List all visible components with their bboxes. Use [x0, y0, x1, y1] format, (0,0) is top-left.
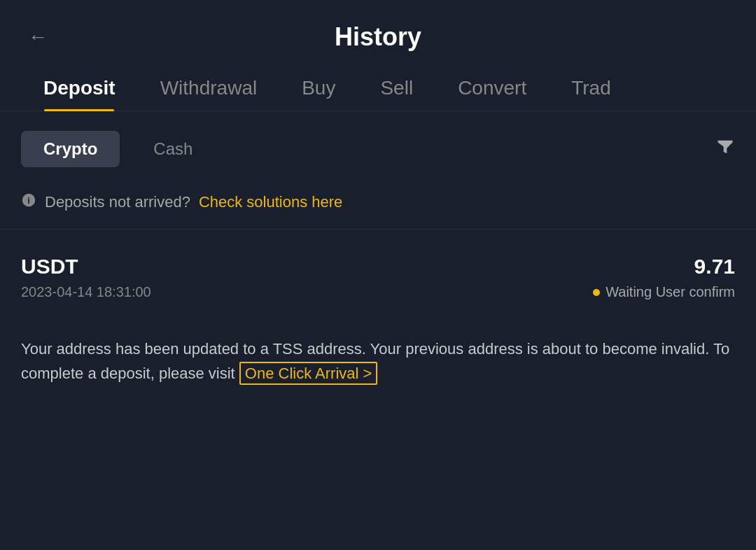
one-click-arrival-link[interactable]: One Click Arrival >	[239, 362, 378, 385]
status-label: Waiting User confirm	[606, 284, 735, 300]
info-icon: i	[21, 192, 36, 212]
transaction-item: USDT 9.71 2023-04-14 18:31:00 Waiting Us…	[0, 235, 756, 320]
svg-text:i: i	[27, 195, 30, 206]
tab-deposit[interactable]: Deposit	[21, 66, 138, 111]
notice-bar: i Deposits not arrived? Check solutions …	[0, 181, 756, 223]
filter-buttons: Crypto Cash	[21, 131, 215, 167]
tab-convert[interactable]: Convert	[435, 66, 549, 111]
tab-trade[interactable]: Trad	[549, 66, 634, 111]
back-button[interactable]: ←	[28, 26, 48, 48]
divider-1	[0, 229, 756, 230]
filter-section: Crypto Cash	[0, 111, 756, 181]
check-solutions-link[interactable]: Check solutions here	[199, 193, 342, 211]
tabs-bar: Deposit Withdrawal Buy Sell Convert Trad	[0, 66, 756, 111]
tab-withdrawal[interactable]: Withdrawal	[138, 66, 279, 111]
transaction-amount: 9.71	[694, 255, 735, 278]
message-box: Your address has been updated to a TSS a…	[0, 320, 756, 402]
page-title: History	[335, 22, 421, 52]
cash-filter-button[interactable]: Cash	[131, 131, 215, 167]
transaction-status: Waiting User confirm	[593, 284, 735, 300]
transaction-symbol: USDT	[21, 255, 78, 278]
filter-icon[interactable]	[715, 137, 735, 162]
tab-sell[interactable]: Sell	[358, 66, 435, 111]
tab-buy[interactable]: Buy	[279, 66, 358, 111]
crypto-filter-button[interactable]: Crypto	[21, 131, 120, 167]
status-dot-icon	[593, 289, 600, 296]
header: ← History	[0, 0, 756, 66]
transaction-footer: 2023-04-14 18:31:00 Waiting User confirm	[21, 284, 735, 300]
notice-text: Deposits not arrived?	[45, 193, 190, 211]
transaction-date: 2023-04-14 18:31:00	[21, 284, 151, 300]
transaction-header: USDT 9.71	[21, 255, 735, 278]
